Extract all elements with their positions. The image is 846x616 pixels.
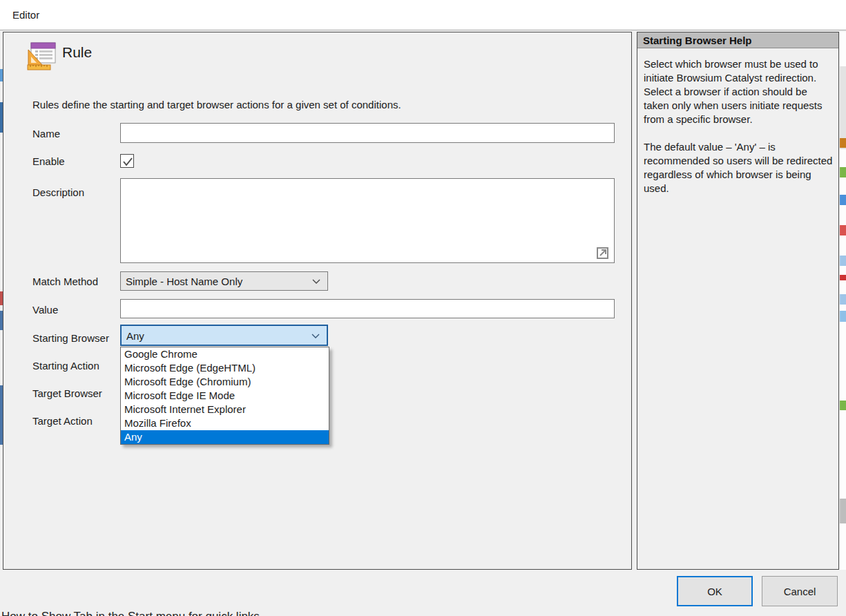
match-method-label: Match Method — [32, 276, 98, 287]
clipped-background-text: How to Show Tab in the Start menu for qu… — [1, 611, 623, 616]
editor-window: Editor Rule Rules define the starting an… — [0, 0, 846, 616]
description-label: Description — [32, 186, 84, 198]
window-title: Editor — [12, 9, 39, 21]
match-method-value: Simple - Host Name Only — [126, 276, 242, 287]
dropdown-option-edge-ie-mode[interactable]: Microsoft Edge IE Mode — [121, 389, 329, 403]
match-method-select[interactable]: Simple - Host Name Only — [120, 271, 328, 291]
rule-icon — [26, 41, 57, 70]
background-fragment — [0, 385, 3, 445]
background-left-edge — [0, 32, 3, 570]
starting-action-label: Starting Action — [32, 360, 99, 372]
starting-browser-label: Starting Browser — [32, 332, 109, 344]
background-fragment — [840, 401, 846, 410]
window-titlebar: Editor — [0, 0, 846, 30]
value-label: Value — [32, 304, 58, 316]
background-fragment — [0, 102, 3, 133]
description-textarea[interactable] — [120, 178, 615, 263]
starting-browser-select[interactable]: Any — [120, 325, 328, 346]
help-panel: Starting Browser Help Select which brows… — [637, 32, 839, 570]
dropdown-option-edge-edgehtml[interactable]: Microsoft Edge (EdgeHTML) — [121, 361, 329, 375]
dropdown-option-any[interactable]: Any — [121, 430, 329, 444]
chevron-down-icon[interactable] — [312, 279, 320, 284]
background-fragment — [840, 294, 846, 305]
background-fragment — [0, 69, 3, 81]
background-fragment — [840, 256, 846, 266]
help-paragraph-1: Select which browser must be used to ini… — [644, 57, 835, 126]
background-fragment — [840, 225, 846, 235]
checkmark-icon — [122, 155, 134, 168]
enable-checkbox[interactable] — [120, 154, 134, 168]
dropdown-option-edge-chromium[interactable]: Microsoft Edge (Chromium) — [121, 375, 329, 389]
background-fragment — [0, 311, 3, 330]
starting-browser-value: Any — [126, 329, 144, 341]
name-label: Name — [32, 128, 60, 139]
enable-label: Enable — [32, 155, 65, 167]
background-fragment — [840, 167, 846, 177]
name-input[interactable] — [120, 123, 615, 143]
chevron-down-icon[interactable] — [311, 334, 320, 338]
target-action-label: Target Action — [32, 415, 93, 427]
expand-icon[interactable] — [596, 247, 609, 260]
cancel-button[interactable]: Cancel — [762, 576, 838, 606]
dropdown-option-google-chrome[interactable]: Google Chrome — [121, 347, 329, 361]
dropdown-option-mozilla-firefox[interactable]: Mozilla Firefox — [121, 416, 329, 430]
background-fragment — [840, 275, 846, 280]
starting-browser-dropdown: Google Chrome Microsoft Edge (EdgeHTML) … — [120, 347, 329, 445]
background-fragment — [0, 291, 3, 305]
help-panel-title: Starting Browser Help — [643, 35, 752, 46]
dropdown-option-internet-explorer[interactable]: Microsoft Internet Explorer — [121, 403, 329, 416]
form-description-text: Rules define the starting and target bro… — [32, 99, 401, 110]
background-fragment — [840, 138, 846, 148]
background-fragment — [840, 311, 846, 322]
target-browser-label: Target Browser — [32, 387, 102, 399]
value-input[interactable] — [120, 299, 615, 318]
help-panel-body: Select which browser must be used to ini… — [644, 57, 835, 195]
page-title: Rule — [62, 44, 92, 61]
help-panel-header: Starting Browser Help — [637, 32, 838, 48]
background-fragment — [840, 499, 846, 523]
ok-button[interactable]: OK — [677, 576, 753, 606]
help-paragraph-2: The default value – 'Any' – is recommend… — [644, 140, 835, 195]
background-right-edge — [840, 32, 846, 570]
background-fragment — [840, 195, 846, 205]
background-fragment — [840, 66, 846, 149]
